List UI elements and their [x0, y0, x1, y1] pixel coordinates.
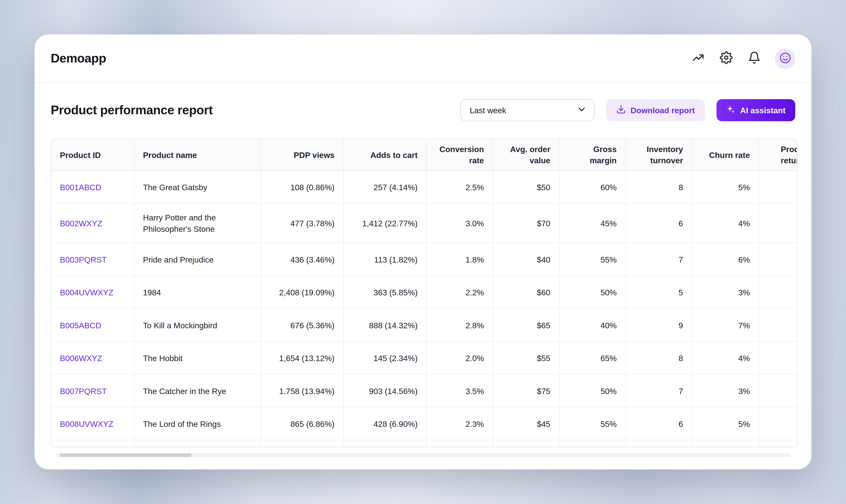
table-cell: 865 (6.86%): [261, 408, 344, 440]
notifications-button[interactable]: [744, 48, 765, 69]
table-cell: 113 (1.82%): [344, 243, 427, 275]
column-header: Product returns: [759, 139, 797, 170]
product-id-link[interactable]: B002WXYZ: [51, 204, 135, 242]
table-cell: 50%: [559, 276, 626, 308]
download-report-button[interactable]: Download report: [606, 99, 705, 121]
report-table: Product IDProduct namePDP viewsAdds to c…: [51, 139, 797, 447]
table-row: B008UVWXYZThe Lord of the Rings865 (6.86…: [51, 408, 797, 440]
line-chart-icon: [692, 51, 705, 66]
product-id-link[interactable]: B007PQRST: [51, 375, 135, 407]
analytics-button[interactable]: [687, 48, 709, 69]
table-cell: 1,412 (22.77%): [344, 204, 427, 242]
column-header: PDP views: [261, 139, 344, 170]
table-cell: [626, 440, 692, 447]
column-header: Adds to cart: [344, 139, 427, 170]
horizontal-scrollbar-thumb[interactable]: [59, 453, 191, 457]
table-cell: 6: [626, 204, 692, 242]
time-range-value: Last week: [470, 106, 506, 115]
table-cell: 3.5%: [427, 375, 493, 407]
table-cell: 60%: [559, 171, 626, 203]
app-header: Demoapp: [35, 35, 811, 83]
table-cell: [759, 408, 797, 440]
table-cell: 2.2%: [427, 276, 493, 308]
table-cell: 4%: [692, 342, 759, 374]
product-id-link[interactable]: B001ABCD: [51, 171, 135, 203]
table-cell: [493, 440, 559, 447]
column-header: Avg. order value: [493, 139, 559, 170]
avatar-button[interactable]: [775, 48, 795, 69]
table-cell: 5%: [692, 408, 759, 440]
column-header: Conversion rate: [427, 139, 493, 170]
table-cell: [759, 375, 797, 407]
table-cell: 3%: [692, 375, 759, 407]
table-cell: 903 (14.56%): [344, 375, 427, 407]
table-row: B001ABCDThe Great Gatsby108 (0.86%)257 (…: [51, 171, 797, 204]
table-row: B003PQRSTPride and Prejudice436 (3.46%)1…: [51, 243, 797, 276]
app-logo: Demoapp: [51, 51, 106, 66]
app-window: Demoapp: [35, 35, 811, 469]
table-cell: To Kill a Mockingbird: [134, 309, 261, 341]
product-id-link[interactable]: B006WXYZ: [51, 342, 135, 374]
table-cell: 676 (5.36%): [261, 309, 344, 341]
table-row: B007PQRSTThe Catcher in the Rye1.758 (13…: [51, 375, 797, 407]
table-cell: [692, 440, 759, 447]
table-cell: 7: [626, 243, 692, 275]
table-row: B005ABCDTo Kill a Mockingbird676 (5.36%)…: [51, 309, 797, 342]
product-id-link[interactable]: B003PQRST: [51, 243, 135, 275]
toolbar-controls: Last week: [460, 99, 795, 121]
table-cell: [344, 440, 427, 447]
table-row: B006WXYZThe Hobbit1,654 (13.12%)145 (2.3…: [51, 342, 797, 375]
table-row-partial: [51, 440, 797, 447]
table-cell: 40%: [559, 309, 626, 341]
sparkles-icon: [726, 105, 735, 115]
table-cell: 5: [626, 276, 692, 308]
table-cell: $70: [493, 204, 559, 242]
chevron-down-icon: [576, 104, 587, 116]
smiley-avatar-icon: [778, 51, 792, 66]
column-header: Product ID: [51, 139, 135, 170]
table-cell: Harry Potter and the Philosopher's Stone: [134, 204, 261, 242]
table-cell: $60: [493, 276, 559, 308]
table-cell: 3.0%: [427, 204, 493, 242]
report-toolbar: Product performance report Last week: [51, 99, 795, 121]
table-cell: [559, 440, 626, 447]
table-cell: 7%: [692, 309, 759, 341]
ai-assistant-label: AI assistant: [740, 106, 785, 115]
table-cell: 477 (3.78%): [261, 204, 344, 242]
table-cell: 1984: [134, 276, 261, 308]
column-header: Churn rate: [692, 139, 759, 170]
table-cell: 55%: [559, 408, 626, 440]
table-cell: 2.8%: [427, 309, 493, 341]
table-cell: $55: [493, 342, 559, 374]
table-cell: 2.3%: [427, 408, 493, 440]
ai-assistant-button[interactable]: AI assistant: [716, 99, 795, 121]
table-cell: 7: [626, 375, 692, 407]
table-cell: [759, 276, 797, 308]
table-cell: 1.758 (13.94%): [261, 375, 344, 407]
table-row: B002WXYZHarry Potter and the Philosopher…: [51, 204, 797, 243]
product-id-link[interactable]: B004UVWXYZ: [51, 276, 135, 308]
table-cell: Pride and Prejudice: [134, 243, 261, 275]
table-cell: 2,408 (19.09%): [261, 276, 344, 308]
horizontal-scrollbar: [55, 453, 791, 457]
table-cell: The Hobbit: [134, 342, 261, 374]
table-cell: The Great Gatsby: [134, 171, 261, 203]
table-cell: [427, 440, 493, 447]
table-cell: [759, 171, 797, 203]
product-id-link[interactable]: B008UVWXYZ: [51, 408, 135, 440]
table-cell: 50%: [559, 375, 626, 407]
table-cell: $45: [493, 408, 559, 440]
table-cell: 257 (4.14%): [344, 171, 427, 203]
table-cell: [759, 342, 797, 374]
table-cell: 45%: [559, 204, 626, 242]
settings-button[interactable]: [715, 48, 737, 69]
table-cell: [759, 243, 797, 275]
column-header: Gross margin: [559, 139, 626, 170]
table-cell: 6: [626, 408, 692, 440]
time-range-select[interactable]: Last week: [460, 99, 594, 121]
table-cell: 2.0%: [427, 342, 493, 374]
product-id-link[interactable]: B005ABCD: [51, 309, 135, 341]
table-cell: 428 (6.90%): [344, 408, 427, 440]
table-cell: [759, 440, 797, 447]
table-cell: $40: [493, 243, 559, 275]
